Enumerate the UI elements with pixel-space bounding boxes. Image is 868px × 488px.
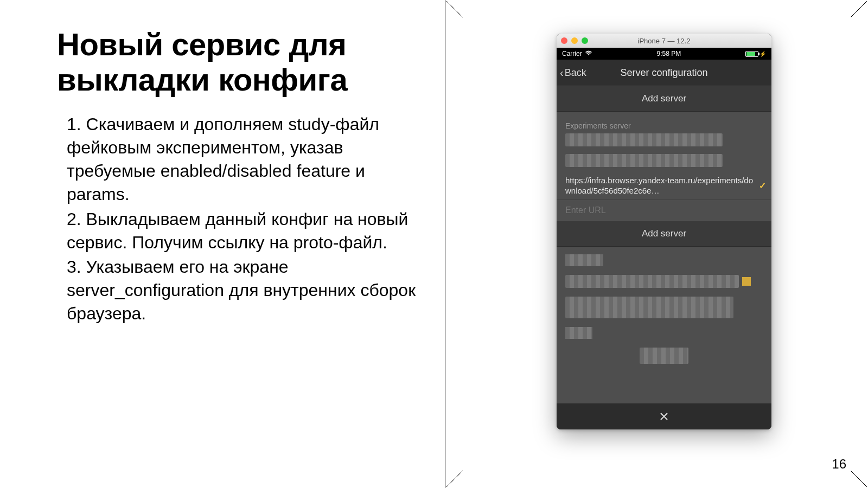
step-item: Указываем его на экране server_configura… [57, 255, 429, 326]
add-server-label: Add server [642, 93, 686, 104]
redacted-row [557, 327, 771, 339]
screen-content: Add server Experiments server https://in… [557, 86, 771, 403]
wifi-icon [585, 50, 592, 57]
screen-title: Server configuration [557, 67, 771, 79]
redacted-row [557, 275, 771, 288]
redacted-row [557, 133, 771, 146]
svg-line-3 [851, 471, 867, 487]
text-column: Новый сервис для выкладки конфига Скачив… [0, 0, 445, 488]
slide-title: Новый сервис для выкладки конфига [57, 27, 429, 98]
crop-mark-icon [851, 471, 867, 487]
server-url-text: https://infra.browser.yandex-team.ru/exp… [565, 176, 753, 195]
server-url-row[interactable]: https://infra.browser.yandex-team.ru/exp… [557, 172, 771, 200]
status-bar: Carrier 9:58 PM ⚡ [557, 48, 771, 60]
crop-mark-icon [446, 471, 463, 487]
charging-icon: ⚡ [760, 51, 766, 57]
redacted-row [557, 297, 771, 318]
battery-icon [745, 51, 758, 57]
step-item: Выкладываем данный конфиг на новый серви… [57, 208, 429, 254]
close-bar[interactable] [557, 403, 771, 429]
svg-line-1 [851, 1, 867, 17]
svg-line-2 [446, 471, 463, 487]
navigation-bar: ‹ Back Server configuration [557, 60, 771, 86]
redacted-row [557, 154, 771, 167]
redacted-row [557, 254, 771, 266]
steps-list: Скачиваем и дополняем study-файл фейковы… [57, 113, 429, 326]
ios-simulator-window: iPhone 7 — 12.2 Carrier 9:58 PM ⚡ [557, 34, 771, 429]
screenshot-column: iPhone 7 — 12.2 Carrier 9:58 PM ⚡ [445, 0, 868, 488]
section-header: Experiments server [557, 112, 771, 133]
window-title: iPhone 7 — 12.2 [557, 37, 771, 45]
svg-line-0 [446, 1, 463, 17]
indicator-icon [742, 277, 751, 286]
crop-mark-icon [851, 1, 867, 17]
checkmark-icon: ✓ [759, 181, 766, 191]
phone-screen: Carrier 9:58 PM ⚡ ‹ Back Server configur… [557, 48, 771, 429]
url-input[interactable]: Enter URL [557, 200, 771, 221]
add-server-button[interactable]: Add server [557, 86, 771, 112]
step-item: Скачиваем и дополняем study-файл фейковы… [57, 113, 429, 207]
url-input-placeholder: Enter URL [565, 206, 606, 215]
page-number: 16 [832, 457, 846, 472]
carrier-label: Carrier [562, 50, 582, 57]
close-icon [659, 412, 669, 421]
mac-titlebar: iPhone 7 — 12.2 [557, 34, 771, 48]
step-text: Указываем его на экране server_configura… [67, 257, 416, 323]
crop-mark-icon [446, 1, 463, 17]
step-text: Выкладываем данный конфиг на новый серви… [67, 209, 408, 252]
clock: 9:58 PM [656, 50, 681, 57]
step-text: Скачиваем и дополняем study-файл фейковы… [67, 114, 379, 204]
add-server-label: Add server [642, 228, 686, 239]
slide: Новый сервис для выкладки конфига Скачив… [0, 0, 868, 488]
redacted-row [640, 348, 688, 364]
add-server-button[interactable]: Add server [557, 221, 771, 247]
